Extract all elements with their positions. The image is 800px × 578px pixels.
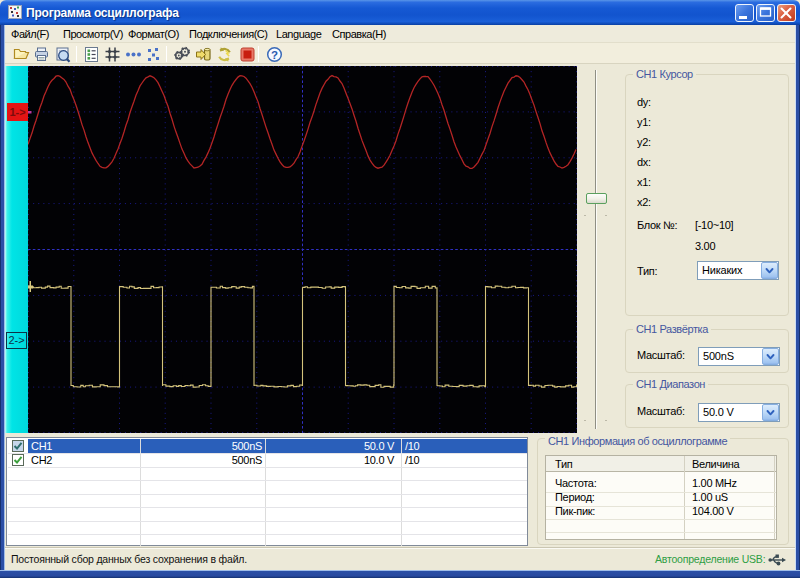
svg-text:?: ? [271,49,278,61]
